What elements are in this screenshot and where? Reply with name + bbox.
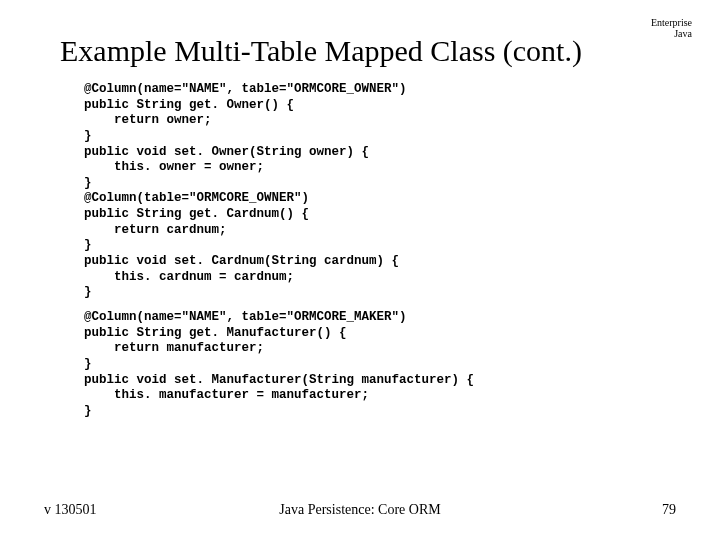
footer-title: Java Persistence: Core ORM — [0, 502, 720, 518]
code-block-owner: @Column(name="NAME", table="ORMCORE_OWNE… — [84, 82, 407, 301]
slide: Enterprise Java Example Multi-Table Mapp… — [0, 0, 720, 540]
footer-page-number: 79 — [662, 502, 676, 518]
corner-line-1: Enterprise — [651, 18, 692, 29]
page-title: Example Multi-Table Mapped Class (cont.) — [60, 34, 660, 68]
code-block-maker: @Column(name="NAME", table="ORMCORE_MAKE… — [84, 310, 474, 419]
